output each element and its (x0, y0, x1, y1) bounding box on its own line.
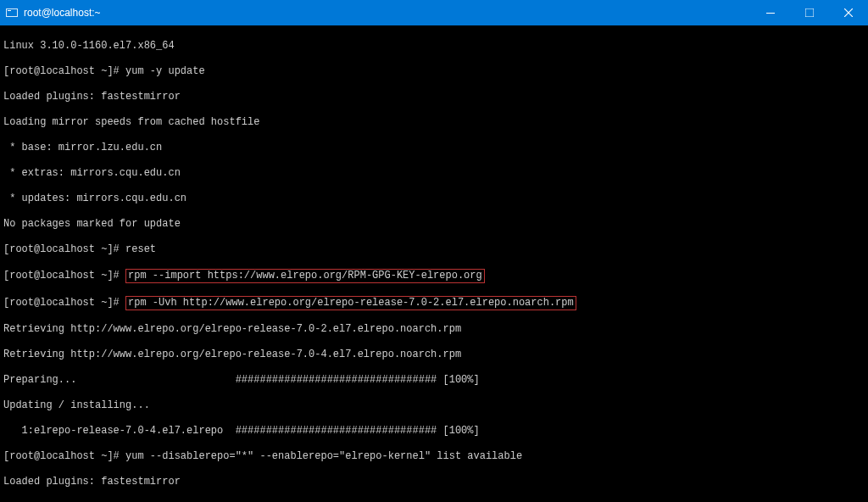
output-line: [root@localhost ~]# reset (3, 243, 865, 256)
putty-icon (5, 6, 19, 20)
highlighted-command: [root@localhost ~]# rpm -Uvh http://www.… (3, 296, 865, 310)
minimize-button[interactable] (751, 0, 790, 25)
highlighted-command: [root@localhost ~]# rpm --import https:/… (3, 269, 865, 283)
output-line: 1:elrepo-release-7.0-4.el7.elrepo ######… (3, 425, 865, 438)
output-line: Loaded plugins: fastestmirror (3, 476, 865, 488)
putty-window: root@localhost:~ Linux 3.10.0-1160.el7.x… (0, 0, 868, 502)
output-line: * updates: mirrors.cqu.edu.cn (3, 192, 865, 205)
output-line: Updating / installing... (3, 399, 865, 412)
close-button[interactable] (829, 0, 868, 25)
red-box-2: rpm -Uvh http://www.elrepo.org/elrepo-re… (125, 296, 576, 310)
output-line: Loading mirror speeds from cached hostfi… (3, 116, 865, 129)
output-line: [root@localhost ~]# yum -y update (3, 65, 865, 78)
terminal-area[interactable]: Linux 3.10.0-1160.el7.x86_64 [root@local… (0, 25, 868, 502)
maximize-button[interactable] (790, 0, 829, 25)
output-line: Preparing... ###########################… (3, 374, 865, 387)
output-line: No packages marked for update (3, 218, 865, 231)
output-line: [root@localhost ~]# yum --disablerepo="*… (3, 450, 865, 463)
svg-rect-3 (766, 13, 775, 14)
output-line: Retrieving http://www.elrepo.org/elrepo-… (3, 323, 865, 336)
window-title: root@localhost:~ (24, 7, 751, 19)
svg-rect-4 (805, 8, 814, 17)
red-box-1: rpm --import https://www.elrepo.org/RPM-… (125, 269, 485, 283)
output-line: Linux 3.10.0-1160.el7.x86_64 (3, 40, 865, 53)
svg-rect-2 (8, 10, 11, 11)
output-line: * extras: mirrors.cqu.edu.cn (3, 167, 865, 180)
output-line: * base: mirror.lzu.edu.cn (3, 142, 865, 154)
output-line: Loaded plugins: fastestmirror (3, 91, 865, 103)
titlebar[interactable]: root@localhost:~ (0, 0, 868, 25)
window-buttons (751, 0, 868, 25)
output-line: Retrieving http://www.elrepo.org/elrepo-… (3, 349, 865, 361)
